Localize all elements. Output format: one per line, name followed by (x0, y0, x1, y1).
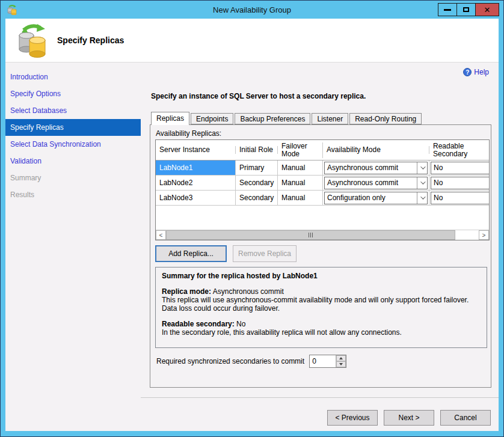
chevron-down-icon[interactable] (417, 192, 427, 204)
tab-replicas[interactable]: Replicas (151, 112, 189, 125)
replica-mode-description: This replica will use asynchronous-commi… (162, 296, 481, 313)
help-icon: ? (463, 68, 472, 76)
sidebar-item-introduction[interactable]: Introduction (5, 69, 141, 85)
wizard-steps-sidebar: Introduction Specify Options Select Data… (5, 63, 141, 431)
required-secondaries-label: Required synchronized secondaries to com… (156, 357, 304, 365)
add-replica-button[interactable]: Add Replica... (155, 245, 227, 262)
titlebar[interactable]: New Availability Group ✕ (1, 1, 503, 19)
readable-secondary-label: Readable secondary: (162, 320, 235, 328)
column-header-failover-mode[interactable]: Failover Mode (278, 142, 323, 158)
tab-listener[interactable]: Listener (312, 113, 348, 124)
cell-initial-role[interactable]: Secondary (236, 191, 278, 205)
column-header-server-instance[interactable]: Server Instance (156, 146, 236, 154)
main-pane: ? Help Specify an instance of SQL Server… (141, 63, 499, 431)
replica-summary-box: Summary for the replica hosted by LabNod… (155, 267, 487, 348)
database-sync-icon (17, 23, 48, 58)
column-header-readable-secondary[interactable]: Readable Secondary (429, 142, 490, 158)
cell-server-instance[interactable]: LabNode3 (156, 191, 236, 205)
readable-secondary-description: In the secondary role, this availability… (162, 328, 481, 337)
readable-secondary-value: No (235, 320, 246, 328)
cancel-button[interactable]: Cancel (440, 410, 491, 426)
availability-mode-dropdown[interactable]: Asynchronous commit (324, 162, 428, 174)
table-row: LabNode2 Secondary Manual Asynchronous c… (156, 176, 490, 191)
scroll-left-arrow-icon[interactable]: < (156, 230, 166, 240)
scroll-right-arrow-icon[interactable]: > (479, 230, 489, 240)
minimize-button[interactable] (438, 3, 457, 16)
sidebar-item-summary: Summary (5, 170, 141, 186)
up-arrow-icon (339, 357, 343, 359)
cell-server-instance[interactable]: LabNode2 (156, 176, 236, 190)
window-title: New Availability Group (1, 5, 503, 14)
replicas-tab-page: Availability Replicas: Server Instance I… (150, 124, 491, 388)
replica-mode-value: Asynchronous commit (211, 287, 284, 296)
scrollbar-thumb[interactable] (166, 230, 455, 240)
availability-replicas-label: Availability Replicas: (156, 129, 221, 138)
table-row: LabNode1 Primary Manual Asynchronous com… (156, 160, 490, 176)
availability-replicas-grid: Server Instance Initial Role Failover Mo… (155, 139, 490, 240)
wizard-header: Specify Replicas (5, 19, 499, 63)
window-content: Specify Replicas Introduction Specify Op… (5, 19, 499, 431)
footer-divider (141, 397, 499, 398)
column-header-initial-role[interactable]: Initial Role (236, 146, 278, 154)
minimize-icon (444, 9, 451, 11)
tab-endpoints[interactable]: Endpoints (191, 113, 233, 124)
availability-mode-dropdown[interactable]: Asynchronous commit (324, 177, 428, 189)
tab-read-only-routing[interactable]: Read-Only Routing (349, 113, 422, 124)
required-secondaries-spinner[interactable]: 0 (309, 355, 346, 368)
close-icon: ✕ (484, 5, 491, 14)
chevron-down-icon[interactable] (417, 162, 427, 174)
tabstrip: Replicas Endpoints Backup Preferences Li… (151, 112, 423, 124)
spinner-up-button[interactable] (336, 355, 346, 361)
cell-server-instance[interactable]: LabNode1 (156, 160, 236, 175)
sidebar-item-select-databases[interactable]: Select Databases (5, 102, 141, 119)
help-link[interactable]: ? Help (463, 68, 489, 76)
next-button[interactable]: Next > (384, 410, 434, 426)
cell-failover-mode[interactable]: Manual (278, 160, 323, 175)
remove-replica-button: Remove Replica (233, 245, 297, 262)
sidebar-item-specify-options[interactable]: Specify Options (5, 85, 141, 102)
new-availability-group-window: New Availability Group ✕ Specify (0, 0, 504, 437)
maximize-button[interactable] (456, 3, 476, 16)
horizontal-scrollbar[interactable]: < > (156, 230, 489, 240)
chevron-down-icon[interactable] (417, 177, 427, 189)
down-arrow-icon (339, 363, 343, 365)
previous-button[interactable]: < Previous (327, 410, 378, 426)
maximize-icon (463, 7, 469, 12)
scrollbar-track[interactable] (455, 230, 479, 240)
tab-backup-preferences[interactable]: Backup Preferences (235, 113, 310, 124)
sidebar-item-validation[interactable]: Validation (5, 153, 141, 170)
instruction-text: Specify an instance of SQL Server to hos… (151, 92, 366, 100)
required-secondaries-input[interactable]: 0 (310, 355, 336, 367)
app-icon (7, 4, 17, 15)
help-label: Help (474, 68, 489, 76)
close-button[interactable]: ✕ (475, 3, 499, 16)
sidebar-item-select-data-synchronization[interactable]: Select Data Synchronization (5, 136, 141, 153)
cell-failover-mode[interactable]: Manual (278, 191, 323, 205)
table-row: LabNode3 Secondary Manual Configuration … (156, 191, 490, 206)
readable-secondary-dropdown[interactable]: No (431, 192, 490, 204)
page-title: Specify Replicas (57, 35, 124, 45)
spinner-down-button[interactable] (336, 361, 346, 367)
cell-initial-role[interactable]: Secondary (236, 176, 278, 190)
readable-secondary-dropdown[interactable]: No (431, 162, 490, 174)
cell-initial-role[interactable]: Primary (236, 160, 278, 175)
column-header-availability-mode[interactable]: Availability Mode (323, 146, 429, 154)
readable-secondary-dropdown[interactable]: No (431, 177, 490, 189)
replica-mode-label: Replica mode: (162, 287, 211, 296)
sidebar-item-results: Results (5, 186, 141, 203)
cell-failover-mode[interactable]: Manual (278, 176, 323, 190)
availability-mode-dropdown[interactable]: Configuration only (324, 192, 428, 204)
grid-header-row: Server Instance Initial Role Failover Mo… (156, 140, 490, 160)
summary-title: Summary for the replica hosted by LabNod… (162, 272, 481, 280)
sidebar-item-specify-replicas[interactable]: Specify Replicas (5, 119, 141, 136)
